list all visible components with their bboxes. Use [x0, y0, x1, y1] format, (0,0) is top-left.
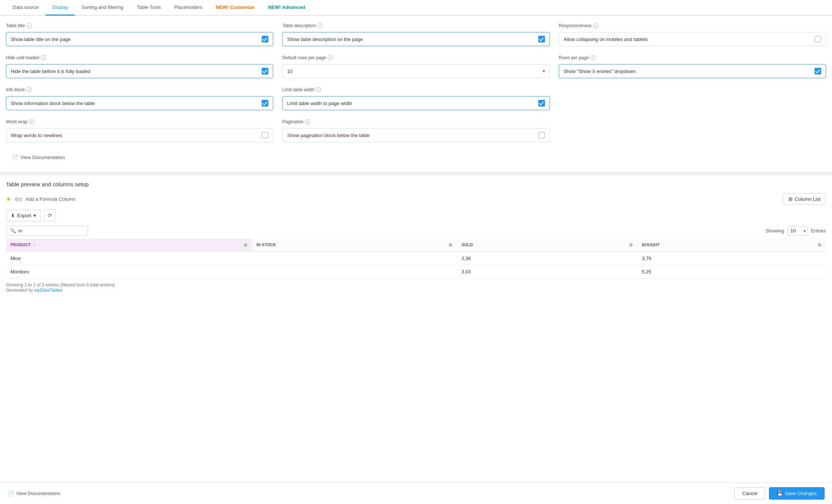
search-entries-row: 🔍 Showing 10 25 50 100 Entries — [6, 226, 826, 236]
default-rows-group: Default rows per page i 10 25 50 100 — [282, 55, 549, 78]
rows-per-page-label: Rows per page i — [559, 55, 826, 60]
info-block-group: Info block i Show information block belo… — [6, 87, 273, 110]
cell-product-1: Mice — [6, 252, 252, 265]
rows-per-page-row: Show "Show X entries" dropdown — [559, 64, 826, 78]
rows-per-page-checkbox[interactable] — [814, 68, 821, 75]
bought-settings-icon[interactable]: ⚙ — [817, 243, 822, 248]
tab-sorting-filtering[interactable]: Sorting and filtering — [75, 0, 130, 16]
th-bought-label: BOUGHT — [642, 243, 660, 247]
limit-table-width-checkbox-label: Limit table width to page width — [287, 101, 352, 106]
pagination-checkbox[interactable] — [538, 132, 545, 139]
export-chevron-icon: ▾ — [34, 213, 36, 218]
wp-link[interactable]: wpDataTables — [34, 288, 62, 293]
table-description-checkbox[interactable] — [538, 36, 545, 42]
responsiveness-info-icon[interactable]: i — [593, 23, 598, 28]
th-sold[interactable]: SOLD ⚙ — [457, 239, 637, 252]
section-divider — [0, 172, 832, 175]
table-description-checkbox-label: Show table description on the page — [287, 37, 363, 42]
tab-display[interactable]: Display — [45, 0, 75, 16]
document-icon: 📄 — [12, 154, 18, 160]
cell-in-stock-1 — [252, 252, 457, 265]
empty-cell-1 — [559, 87, 826, 110]
default-rows-info-icon[interactable]: i — [328, 55, 333, 60]
pagination-checkbox-label: Show pagination block below the table — [287, 133, 369, 138]
th-in-stock[interactable]: IN STOCK ⚙ — [252, 239, 457, 252]
th-bought[interactable]: BOUGHT ⚙ — [637, 239, 826, 252]
word-wrap-info-icon[interactable]: i — [29, 119, 34, 124]
table-row: Monitors 3,03 5,25 — [6, 265, 826, 279]
product-settings-icon[interactable]: ⚙ — [243, 243, 248, 248]
search-input[interactable] — [18, 228, 84, 234]
default-rows-row[interactable]: 10 25 50 100 — [282, 64, 549, 78]
rows-per-page-info-icon[interactable]: i — [590, 55, 595, 60]
generated-by: Generated by wpDataTables — [6, 288, 826, 293]
hide-until-loaded-label: Hide until loaded i — [6, 55, 273, 60]
responsiveness-row: Allow collapsing on mobiles and tablets — [559, 32, 826, 46]
tab-placeholders[interactable]: Placeholders — [168, 0, 209, 16]
hide-until-loaded-checkbox[interactable] — [262, 68, 268, 75]
cell-sold-1: 2,36 — [457, 252, 637, 265]
table-title-info-icon[interactable]: i — [26, 23, 32, 28]
pagination-row: Show pagination block below the table — [282, 128, 549, 142]
word-wrap-label: Word wrap i — [6, 119, 273, 124]
add-formula-link[interactable]: Add a Formula Column — [26, 196, 76, 202]
sold-settings-icon[interactable]: ⚙ — [629, 243, 633, 248]
showing-label: Showing — [766, 228, 784, 234]
table-footer: Showing 1 to 2 of 2 entries (filtered fr… — [6, 279, 826, 297]
sort-arrow-icon: ↑ — [33, 243, 35, 247]
empty-cell-2 — [559, 119, 826, 142]
tab-table-tools[interactable]: Table Tools — [130, 0, 168, 16]
tab-advanced[interactable]: NEW! Advanced — [261, 0, 312, 16]
toolbar-left: ★ f(x) Add a Formula Column — [6, 196, 75, 203]
table-title-row: Show table title on the page — [6, 32, 273, 46]
responsiveness-checkbox-label: Allow collapsing on mobiles and tablets — [564, 37, 648, 42]
table-title-checkbox[interactable] — [262, 36, 268, 42]
hide-until-loaded-info-icon[interactable]: i — [41, 55, 46, 60]
limit-table-width-checkbox[interactable] — [538, 100, 545, 107]
limit-table-width-label: Limit table width i — [282, 87, 549, 92]
export-button[interactable]: ⬇ Export ▾ — [6, 210, 41, 221]
star-icon: ★ — [6, 196, 11, 203]
settings-section: Table title i Show table title on the pa… — [0, 16, 832, 172]
info-block-info-icon[interactable]: i — [26, 87, 32, 92]
limit-table-width-row: Limit table width to page width — [282, 96, 549, 110]
table-description-group: Table description i Show table descripti… — [282, 23, 549, 46]
refresh-button[interactable]: ⟳ — [44, 209, 56, 221]
cell-product-2: Monitors — [6, 265, 252, 279]
entries-label: Entries — [811, 228, 826, 234]
pagination-info-icon[interactable]: i — [305, 119, 310, 124]
word-wrap-checkbox[interactable] — [262, 132, 268, 139]
rows-per-page-checkbox-label: Show "Show X entries" dropdown — [564, 69, 636, 74]
cell-sold-2: 3,03 — [457, 265, 637, 279]
fx-badge: f(x) — [15, 196, 22, 202]
info-block-checkbox-label: Show information block below the table — [11, 101, 95, 106]
th-product[interactable]: PRODUCT ↑ ⚙ — [6, 239, 252, 252]
hide-until-loaded-row: Hide the table before it is fully loaded — [6, 64, 273, 78]
rows-per-page-group: Rows per page i Show "Show X entries" dr… — [559, 55, 826, 78]
cell-in-stock-2 — [252, 265, 457, 279]
table-description-label: Table description i — [282, 23, 549, 28]
responsiveness-checkbox[interactable] — [814, 36, 821, 42]
table-title-group: Table title i Show table title on the pa… — [6, 23, 273, 46]
default-rows-label: Default rows per page i — [282, 55, 549, 60]
tab-data-source[interactable]: Data source — [6, 0, 45, 16]
info-block-checkbox[interactable] — [262, 100, 268, 107]
cell-bought-1: 3,76 — [637, 252, 826, 265]
export-icon: ⬇ — [11, 213, 15, 218]
th-product-label: PRODUCT — [10, 243, 31, 247]
cell-bought-2: 5,25 — [637, 265, 826, 279]
column-list-button[interactable]: ⊞ Column List — [783, 193, 826, 205]
word-wrap-row: Wrap words to newlines — [6, 128, 273, 142]
tab-customize[interactable]: NEW! Customize — [209, 0, 261, 16]
table-description-info-icon[interactable]: i — [317, 23, 322, 28]
default-rows-select[interactable]: 10 25 50 100 — [287, 69, 545, 74]
in-stock-settings-icon[interactable]: ⚙ — [448, 243, 453, 248]
limit-table-width-info-icon[interactable]: i — [316, 87, 321, 92]
th-sold-label: SOLD — [461, 243, 473, 247]
entries-select[interactable]: 10 25 50 100 — [787, 226, 808, 235]
preview-table: PRODUCT ↑ ⚙ IN STOCK ⚙ SOLD ⚙ BOUGHT ⚙ — [6, 239, 826, 279]
table-title-checkbox-label: Show table title on the page — [11, 37, 70, 42]
pagination-label: Pagination i — [282, 119, 549, 124]
view-documentation-top-link[interactable]: 📄 View Documentation — [6, 150, 71, 165]
limit-table-width-group: Limit table width i Limit table width to… — [282, 87, 549, 110]
